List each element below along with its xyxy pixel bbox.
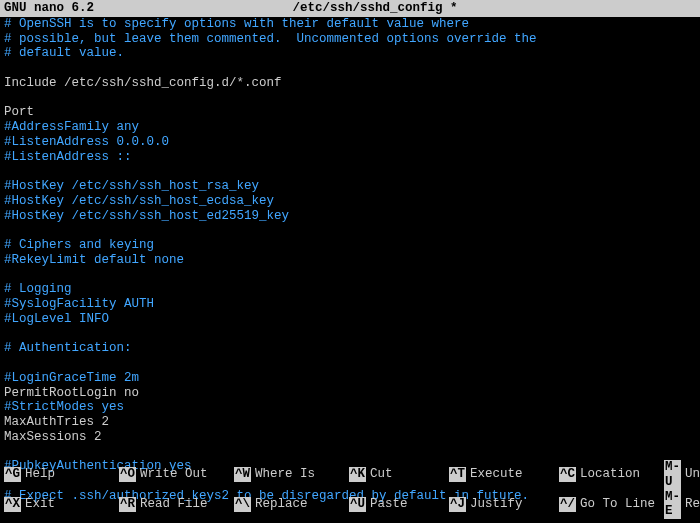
menu-label: Write Out [140,467,208,482]
menu-key: ^U [349,497,366,512]
menu-item[interactable]: ^KCut [349,460,449,490]
editor-line[interactable] [4,327,696,342]
editor-line[interactable]: Port [4,105,696,120]
menu-key: ^O [119,467,136,482]
editor-line[interactable]: #LoginGraceTime 2m [4,371,696,386]
menu-item[interactable]: ^\Replace [234,490,349,520]
menu-item[interactable]: ^JJustify [449,490,559,520]
menu-row-1: ^GHelp^OWrite Out^WWhere Is^KCut^TExecut… [4,460,696,490]
menu-label: Redo [685,497,700,512]
editor-line[interactable] [4,223,696,238]
editor-content[interactable]: # OpenSSH is to specify options with the… [0,17,700,504]
menu-label: Undo [685,467,700,482]
menu-key: ^R [119,497,136,512]
editor-line[interactable] [4,91,696,106]
editor-line[interactable]: Include /etc/ssh/sshd_config.d/*.conf [4,76,696,91]
menu-item[interactable]: ^UPaste [349,490,449,520]
file-name: /etc/ssh/sshd_config * [94,1,656,16]
editor-line[interactable]: # OpenSSH is to specify options with the… [4,17,696,32]
shortcut-menu: ^GHelp^OWrite Out^WWhere Is^KCut^TExecut… [4,460,696,519]
menu-item[interactable]: ^XExit [4,490,119,520]
menu-key: ^/ [559,497,576,512]
menu-label: Where Is [255,467,315,482]
editor-line[interactable] [4,268,696,283]
editor-line[interactable]: #SyslogFacility AUTH [4,297,696,312]
menu-key: ^X [4,497,21,512]
menu-item[interactable]: ^OWrite Out [119,460,234,490]
editor-line[interactable]: #LogLevel INFO [4,312,696,327]
menu-item[interactable]: ^RRead File [119,490,234,520]
editor-line[interactable]: # Ciphers and keying [4,238,696,253]
menu-label: Replace [255,497,308,512]
editor-line[interactable] [4,164,696,179]
menu-item[interactable]: ^WWhere Is [234,460,349,490]
titlebar-spacer [656,1,696,16]
menu-row-2: ^XExit^RRead File^\Replace^UPaste^JJusti… [4,490,696,520]
editor-line[interactable]: #AddressFamily any [4,120,696,135]
editor-line[interactable]: #ListenAddress 0.0.0.0 [4,135,696,150]
titlebar: GNU nano 6.2 /etc/ssh/sshd_config * [0,0,700,17]
menu-item[interactable]: ^GHelp [4,460,119,490]
editor-line[interactable]: #HostKey /etc/ssh/ssh_host_ecdsa_key [4,194,696,209]
editor-line[interactable] [4,445,696,460]
menu-key: ^W [234,467,251,482]
menu-key: ^\ [234,497,251,512]
editor-line[interactable]: #StrictModes yes [4,400,696,415]
editor-line[interactable]: PermitRootLogin no [4,386,696,401]
menu-label: Help [25,467,55,482]
menu-key: ^G [4,467,21,482]
menu-key: M-E [664,490,681,520]
menu-item[interactable]: ^/Go To Line [559,490,664,520]
menu-key: ^J [449,497,466,512]
menu-label: Paste [370,497,408,512]
menu-label: Execute [470,467,523,482]
editor-line[interactable]: # Authentication: [4,341,696,356]
menu-item[interactable]: M-ERedo [664,490,700,520]
editor-line[interactable] [4,356,696,371]
menu-key: ^K [349,467,366,482]
editor-line[interactable]: # possible, but leave them commented. Un… [4,32,696,47]
editor-line[interactable]: # Logging [4,282,696,297]
menu-label: Cut [370,467,393,482]
menu-item[interactable]: ^CLocation [559,460,664,490]
menu-label: Read File [140,497,208,512]
menu-label: Exit [25,497,55,512]
editor-line[interactable]: #ListenAddress :: [4,150,696,165]
app-name: GNU nano 6.2 [4,1,94,16]
editor-line[interactable]: #RekeyLimit default none [4,253,696,268]
menu-label: Justify [470,497,523,512]
editor-line[interactable]: MaxAuthTries 2 [4,415,696,430]
editor-line[interactable]: MaxSessions 2 [4,430,696,445]
menu-label: Location [580,467,640,482]
menu-item[interactable]: ^TExecute [449,460,559,490]
menu-key: M-U [664,460,681,490]
menu-item[interactable]: M-UUndo [664,460,700,490]
editor-line[interactable]: # default value. [4,46,696,61]
editor-line[interactable]: #HostKey /etc/ssh/ssh_host_ed25519_key [4,209,696,224]
menu-key: ^T [449,467,466,482]
menu-label: Go To Line [580,497,655,512]
editor-line[interactable]: #HostKey /etc/ssh/ssh_host_rsa_key [4,179,696,194]
editor-line[interactable] [4,61,696,76]
menu-key: ^C [559,467,576,482]
